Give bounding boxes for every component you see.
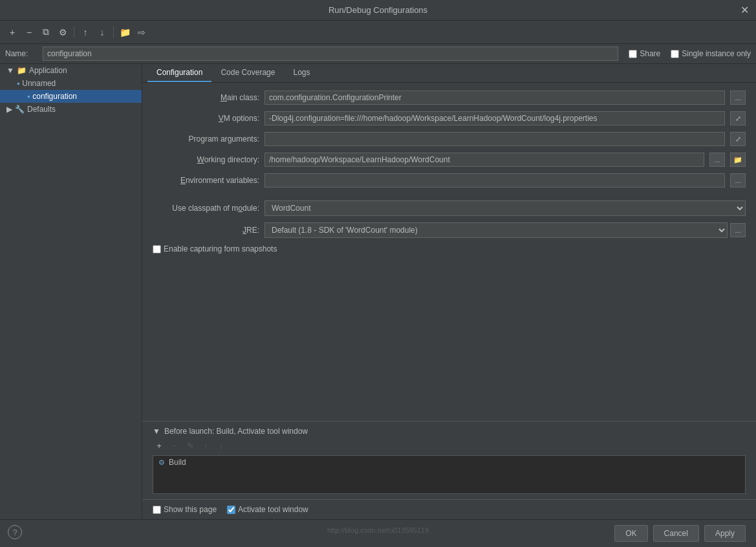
env-vars-browse-button[interactable]: ...: [730, 173, 746, 188]
tab-configuration[interactable]: Configuration: [147, 64, 211, 82]
build-item-icon: ⚙: [158, 458, 165, 467]
right-panel: Configuration Code Coverage Logs Main cl…: [142, 64, 756, 519]
capture-checkbox-label[interactable]: Enable capturing form snapshots: [153, 244, 277, 253]
build-item-label: Build: [169, 458, 186, 467]
collapse-icon: ▼: [6, 66, 14, 75]
form-area: Main class: ... VM options: ⤢ Program ar…: [142, 83, 756, 421]
capture-row: Enable capturing form snapshots: [153, 244, 746, 253]
jre-label: JRE:: [153, 226, 259, 235]
main-class-label: Main class:: [153, 93, 259, 102]
share-checkbox[interactable]: [629, 50, 637, 58]
remove-button[interactable]: −: [22, 25, 36, 39]
name-row: Name: Share Single instance only: [0, 44, 756, 64]
share-area: Share Single instance only: [629, 49, 751, 58]
separator-1: [74, 27, 74, 38]
main-class-row: Main class: ...: [153, 91, 746, 105]
program-args-label: Program arguments:: [153, 134, 259, 144]
configuration-label: configuration: [32, 92, 77, 101]
cancel-button[interactable]: Cancel: [653, 525, 699, 542]
bl-edit-button[interactable]: ✎: [184, 440, 197, 451]
single-instance-label: Single instance only: [682, 49, 751, 58]
before-launch-section: ▼ Before launch: Build, Activate tool wi…: [142, 421, 756, 499]
build-list: ⚙ Build: [153, 455, 746, 494]
single-instance-checkbox-label[interactable]: Single instance only: [671, 49, 751, 58]
bl-remove-button[interactable]: −: [168, 440, 181, 451]
move-down-button[interactable]: ↓: [95, 25, 109, 39]
sidebar-item-configuration[interactable]: ▪ configuration: [0, 90, 142, 103]
sidebar-item-application-group[interactable]: ▼ 📁 Application: [0, 64, 142, 77]
show-page-text: Show this page: [164, 505, 217, 514]
left-panel: ▼ 📁 Application ▪ Unnamed ▪ configuratio…: [0, 64, 142, 519]
dialog-title: Run/Debug Configurations: [329, 5, 427, 15]
activate-tool-text: Activate tool window: [238, 505, 308, 514]
config-icon-unnamed: ▪: [17, 79, 19, 88]
before-launch-chevron: ▼: [153, 427, 160, 436]
working-dir-folder-button[interactable]: 📁: [730, 153, 746, 167]
tab-code-coverage[interactable]: Code Coverage: [211, 64, 284, 82]
tab-logs[interactable]: Logs: [284, 64, 319, 82]
bottom-options: Show this page Activate tool window: [142, 499, 756, 519]
application-folder-icon: 📁: [17, 66, 27, 75]
defaults-icon: 🔧: [15, 105, 25, 114]
help-icon[interactable]: ?: [8, 525, 22, 539]
expand-icon: ▶: [6, 105, 12, 114]
content-area: ▼ 📁 Application ▪ Unnamed ▪ configuratio…: [0, 64, 756, 519]
capture-checkbox[interactable]: [153, 245, 161, 253]
classpath-row: Use classpath of module: WordCount: [153, 200, 746, 216]
classpath-select-wrapper: WordCount: [265, 200, 746, 216]
toolbar: + − ⧉ ⚙ ↑ ↓ 📁 ⇨: [0, 21, 756, 44]
vm-options-input[interactable]: [265, 111, 725, 125]
main-class-input[interactable]: [265, 91, 725, 105]
jre-browse-button[interactable]: ...: [730, 223, 746, 237]
move-up-button[interactable]: ↑: [78, 25, 92, 39]
form-spacer: [153, 194, 746, 200]
jre-select[interactable]: Default (1.8 - SDK of 'WordCount' module…: [265, 222, 728, 238]
program-args-row: Program arguments: ⤢: [153, 132, 746, 146]
gear-button[interactable]: ⚙: [56, 25, 70, 39]
working-dir-ellipsis-button[interactable]: ...: [709, 153, 725, 167]
application-group-label: Application: [29, 66, 67, 75]
ok-button[interactable]: OK: [614, 525, 647, 542]
sidebar-item-defaults[interactable]: ▶ 🔧 Defaults: [0, 103, 142, 116]
bl-down-button[interactable]: ↓: [215, 440, 228, 451]
vm-options-row: VM options: ⤢: [153, 111, 746, 125]
unnamed-label: Unnamed: [22, 79, 56, 88]
before-launch-header[interactable]: ▼ Before launch: Build, Activate tool wi…: [153, 427, 746, 436]
tabs: Configuration Code Coverage Logs: [142, 64, 756, 83]
jre-select-wrapper: Default (1.8 - SDK of 'WordCount' module…: [265, 222, 746, 238]
bl-up-button[interactable]: ↑: [199, 440, 212, 451]
apply-button[interactable]: Apply: [704, 525, 746, 542]
dialog-footer: OK Cancel Apply: [0, 519, 756, 547]
classpath-select[interactable]: WordCount: [265, 200, 746, 216]
program-args-input[interactable]: [265, 132, 725, 146]
add-button[interactable]: +: [5, 25, 19, 39]
jre-row: JRE: Default (1.8 - SDK of 'WordCount' m…: [153, 222, 746, 238]
classpath-label: Use classpath of module:: [153, 204, 259, 213]
vm-options-label: VM options:: [153, 114, 259, 123]
bl-add-button[interactable]: +: [153, 440, 166, 451]
sidebar-item-unnamed[interactable]: ▪ Unnamed: [0, 77, 142, 90]
env-vars-input[interactable]: [265, 173, 725, 188]
separator-2: [113, 27, 114, 38]
show-page-checkbox[interactable]: [153, 506, 161, 514]
env-vars-row: Environment variables: ...: [153, 173, 746, 188]
before-launch-toolbar: + − ✎ ↑ ↓: [153, 440, 746, 451]
activate-tool-checkbox[interactable]: [227, 506, 235, 514]
name-input[interactable]: [43, 47, 618, 61]
share-button[interactable]: ⇨: [135, 25, 149, 39]
activate-tool-label[interactable]: Activate tool window: [227, 505, 308, 514]
working-dir-label: Working directory:: [153, 155, 259, 164]
show-page-label[interactable]: Show this page: [153, 505, 217, 514]
vm-options-expand-button[interactable]: ⤢: [730, 111, 746, 125]
folder-button[interactable]: 📁: [118, 25, 132, 39]
share-checkbox-label[interactable]: Share: [629, 49, 660, 58]
build-item[interactable]: ⚙ Build: [153, 456, 745, 469]
copy-button[interactable]: ⧉: [39, 25, 53, 39]
main-class-browse-button[interactable]: ...: [730, 91, 746, 105]
capture-label: Enable capturing form snapshots: [164, 244, 277, 253]
close-button[interactable]: ✕: [738, 4, 751, 17]
program-args-expand-button[interactable]: ⤢: [730, 132, 746, 146]
single-instance-checkbox[interactable]: [671, 50, 679, 58]
working-dir-input[interactable]: [265, 153, 704, 167]
title-bar: Run/Debug Configurations ✕: [0, 0, 756, 21]
